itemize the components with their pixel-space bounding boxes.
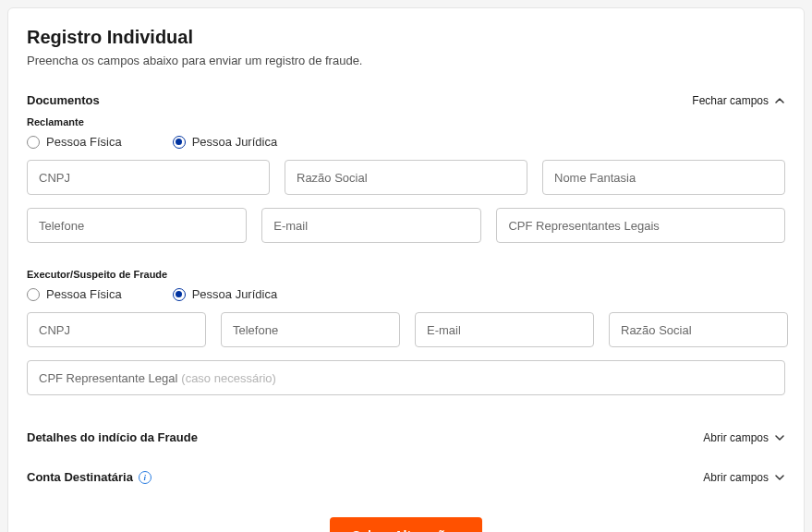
radio-icon bbox=[27, 288, 40, 301]
reclamante-radio-fisica[interactable]: Pessoa Física bbox=[27, 135, 122, 149]
info-icon[interactable]: i bbox=[139, 471, 151, 484]
radio-label: Pessoa Jurídica bbox=[192, 287, 278, 301]
reclamante-radio-juridica[interactable]: Pessoa Jurídica bbox=[173, 135, 278, 149]
section-conta-header: Conta Destinatária i Abrir campos bbox=[27, 470, 785, 484]
placeholder-main: CPF Representante Legal bbox=[39, 371, 177, 385]
executor-radio-group: Pessoa Física Pessoa Jurídica bbox=[27, 287, 785, 301]
page-title: Registro Individual bbox=[27, 27, 785, 48]
toggle-documentos-label: Fechar campos bbox=[692, 94, 769, 107]
toggle-conta-label: Abrir campos bbox=[703, 471, 769, 484]
action-row: Salvar Alterações bbox=[27, 517, 785, 532]
placeholder-hint: (caso necessário) bbox=[181, 371, 276, 385]
reclamante-radio-group: Pessoa Física Pessoa Jurídica bbox=[27, 135, 785, 149]
radio-label: Pessoa Jurídica bbox=[192, 135, 278, 149]
reclamante-telefone-input[interactable] bbox=[27, 208, 247, 243]
reclamante-cpf-reps-input[interactable] bbox=[496, 208, 785, 243]
toggle-conta[interactable]: Abrir campos bbox=[703, 471, 785, 484]
chevron-up-icon bbox=[774, 95, 785, 106]
executor-telefone-input[interactable] bbox=[221, 312, 400, 347]
executor-label: Executor/Suspeito de Fraude bbox=[27, 269, 785, 280]
chevron-down-icon bbox=[774, 472, 785, 483]
reclamante-razao-social-input[interactable] bbox=[285, 160, 527, 195]
reclamante-nome-fantasia-input[interactable] bbox=[542, 160, 785, 195]
radio-icon bbox=[173, 136, 186, 149]
section-conta-title: Conta Destinatária bbox=[27, 470, 133, 484]
page-subtitle: Preencha os campos abaixo para enviar um… bbox=[27, 54, 785, 67]
reclamante-email-input[interactable] bbox=[261, 208, 481, 243]
executor-cpf-rep-input[interactable]: CPF Representante Legal (caso necessário… bbox=[27, 360, 785, 395]
radio-icon bbox=[173, 288, 186, 301]
executor-razao-social-input[interactable] bbox=[609, 312, 788, 347]
toggle-detalhes[interactable]: Abrir campos bbox=[703, 431, 785, 444]
radio-label: Pessoa Física bbox=[46, 287, 122, 301]
toggle-documentos[interactable]: Fechar campos bbox=[692, 94, 785, 107]
radio-icon bbox=[27, 136, 40, 149]
executor-email-input[interactable] bbox=[415, 312, 594, 347]
section-conta-title-wrap: Conta Destinatária i bbox=[27, 470, 151, 484]
section-documentos-header: Documentos Fechar campos bbox=[27, 93, 785, 107]
section-detalhes-header: Detalhes do indício da Fraude Abrir camp… bbox=[27, 430, 785, 444]
section-detalhes-title: Detalhes do indício da Fraude bbox=[27, 430, 198, 444]
executor-radio-fisica[interactable]: Pessoa Física bbox=[27, 287, 122, 301]
reclamante-label: Reclamante bbox=[27, 116, 785, 127]
form-card: Registro Individual Preencha os campos a… bbox=[7, 7, 805, 532]
executor-cnpj-input[interactable] bbox=[27, 312, 206, 347]
save-button[interactable]: Salvar Alterações bbox=[330, 517, 482, 532]
reclamante-cnpj-input[interactable] bbox=[27, 160, 270, 195]
chevron-down-icon bbox=[774, 432, 785, 443]
radio-label: Pessoa Física bbox=[46, 135, 122, 149]
toggle-detalhes-label: Abrir campos bbox=[703, 431, 769, 444]
section-documentos-title: Documentos bbox=[27, 93, 100, 107]
executor-radio-juridica[interactable]: Pessoa Jurídica bbox=[173, 287, 278, 301]
